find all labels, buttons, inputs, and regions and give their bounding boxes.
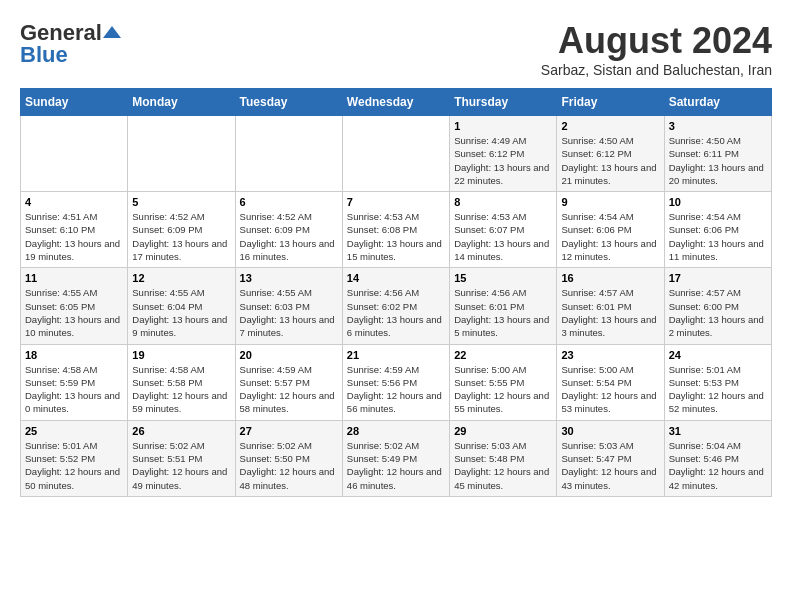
day-number: 9 [561,196,659,208]
day-info: Sunrise: 5:01 AM Sunset: 5:52 PM Dayligh… [25,439,123,492]
page-header: General Blue August 2024 Sarbaz, Sistan … [20,20,772,78]
day-info: Sunrise: 4:52 AM Sunset: 6:09 PM Dayligh… [240,210,338,263]
day-info: Sunrise: 5:02 AM Sunset: 5:51 PM Dayligh… [132,439,230,492]
calendar-cell: 8Sunrise: 4:53 AM Sunset: 6:07 PM Daylig… [450,192,557,268]
day-number: 7 [347,196,445,208]
day-number: 25 [25,425,123,437]
calendar-cell: 31Sunrise: 5:04 AM Sunset: 5:46 PM Dayli… [664,420,771,496]
calendar-cell: 18Sunrise: 4:58 AM Sunset: 5:59 PM Dayli… [21,344,128,420]
calendar-cell: 10Sunrise: 4:54 AM Sunset: 6:06 PM Dayli… [664,192,771,268]
calendar-cell: 12Sunrise: 4:55 AM Sunset: 6:04 PM Dayli… [128,268,235,344]
logo-blue: Blue [20,42,68,68]
column-header-thursday: Thursday [450,89,557,116]
column-header-wednesday: Wednesday [342,89,449,116]
calendar-cell: 13Sunrise: 4:55 AM Sunset: 6:03 PM Dayli… [235,268,342,344]
calendar-week-row: 4Sunrise: 4:51 AM Sunset: 6:10 PM Daylig… [21,192,772,268]
day-number: 11 [25,272,123,284]
calendar-week-row: 11Sunrise: 4:55 AM Sunset: 6:05 PM Dayli… [21,268,772,344]
calendar-cell: 20Sunrise: 4:59 AM Sunset: 5:57 PM Dayli… [235,344,342,420]
day-info: Sunrise: 5:02 AM Sunset: 5:50 PM Dayligh… [240,439,338,492]
day-number: 15 [454,272,552,284]
day-info: Sunrise: 4:54 AM Sunset: 6:06 PM Dayligh… [669,210,767,263]
logo: General Blue [20,20,122,68]
day-info: Sunrise: 5:03 AM Sunset: 5:47 PM Dayligh… [561,439,659,492]
day-number: 18 [25,349,123,361]
day-info: Sunrise: 5:00 AM Sunset: 5:55 PM Dayligh… [454,363,552,416]
day-number: 2 [561,120,659,132]
day-info: Sunrise: 4:51 AM Sunset: 6:10 PM Dayligh… [25,210,123,263]
calendar-cell: 19Sunrise: 4:58 AM Sunset: 5:58 PM Dayli… [128,344,235,420]
day-info: Sunrise: 4:58 AM Sunset: 5:58 PM Dayligh… [132,363,230,416]
day-number: 14 [347,272,445,284]
day-number: 30 [561,425,659,437]
day-info: Sunrise: 4:59 AM Sunset: 5:57 PM Dayligh… [240,363,338,416]
calendar-week-row: 18Sunrise: 4:58 AM Sunset: 5:59 PM Dayli… [21,344,772,420]
calendar-cell [128,116,235,192]
day-number: 1 [454,120,552,132]
column-header-monday: Monday [128,89,235,116]
calendar-cell: 5Sunrise: 4:52 AM Sunset: 6:09 PM Daylig… [128,192,235,268]
day-info: Sunrise: 4:52 AM Sunset: 6:09 PM Dayligh… [132,210,230,263]
day-number: 19 [132,349,230,361]
day-info: Sunrise: 4:56 AM Sunset: 6:02 PM Dayligh… [347,286,445,339]
day-number: 6 [240,196,338,208]
calendar-cell [235,116,342,192]
calendar-header-row: SundayMondayTuesdayWednesdayThursdayFrid… [21,89,772,116]
day-number: 24 [669,349,767,361]
day-number: 16 [561,272,659,284]
calendar-cell: 21Sunrise: 4:59 AM Sunset: 5:56 PM Dayli… [342,344,449,420]
calendar-cell: 28Sunrise: 5:02 AM Sunset: 5:49 PM Dayli… [342,420,449,496]
calendar-cell: 22Sunrise: 5:00 AM Sunset: 5:55 PM Dayli… [450,344,557,420]
day-info: Sunrise: 5:01 AM Sunset: 5:53 PM Dayligh… [669,363,767,416]
calendar-cell: 4Sunrise: 4:51 AM Sunset: 6:10 PM Daylig… [21,192,128,268]
calendar-cell: 17Sunrise: 4:57 AM Sunset: 6:00 PM Dayli… [664,268,771,344]
day-number: 23 [561,349,659,361]
day-number: 4 [25,196,123,208]
day-number: 26 [132,425,230,437]
day-number: 20 [240,349,338,361]
day-number: 22 [454,349,552,361]
day-info: Sunrise: 4:57 AM Sunset: 6:01 PM Dayligh… [561,286,659,339]
day-info: Sunrise: 4:53 AM Sunset: 6:08 PM Dayligh… [347,210,445,263]
calendar-cell: 6Sunrise: 4:52 AM Sunset: 6:09 PM Daylig… [235,192,342,268]
calendar-week-row: 1Sunrise: 4:49 AM Sunset: 6:12 PM Daylig… [21,116,772,192]
day-number: 10 [669,196,767,208]
day-number: 12 [132,272,230,284]
day-info: Sunrise: 5:03 AM Sunset: 5:48 PM Dayligh… [454,439,552,492]
calendar-cell: 26Sunrise: 5:02 AM Sunset: 5:51 PM Dayli… [128,420,235,496]
title-area: August 2024 Sarbaz, Sistan and Baluchest… [541,20,772,78]
day-info: Sunrise: 5:00 AM Sunset: 5:54 PM Dayligh… [561,363,659,416]
calendar-cell: 29Sunrise: 5:03 AM Sunset: 5:48 PM Dayli… [450,420,557,496]
day-info: Sunrise: 4:50 AM Sunset: 6:11 PM Dayligh… [669,134,767,187]
day-info: Sunrise: 4:50 AM Sunset: 6:12 PM Dayligh… [561,134,659,187]
calendar-cell: 3Sunrise: 4:50 AM Sunset: 6:11 PM Daylig… [664,116,771,192]
calendar-cell: 11Sunrise: 4:55 AM Sunset: 6:05 PM Dayli… [21,268,128,344]
logo-bird-icon [103,24,121,42]
day-number: 3 [669,120,767,132]
calendar-cell [21,116,128,192]
calendar-cell: 1Sunrise: 4:49 AM Sunset: 6:12 PM Daylig… [450,116,557,192]
day-number: 28 [347,425,445,437]
calendar-cell: 25Sunrise: 5:01 AM Sunset: 5:52 PM Dayli… [21,420,128,496]
calendar-table: SundayMondayTuesdayWednesdayThursdayFrid… [20,88,772,497]
day-info: Sunrise: 4:57 AM Sunset: 6:00 PM Dayligh… [669,286,767,339]
day-info: Sunrise: 5:02 AM Sunset: 5:49 PM Dayligh… [347,439,445,492]
calendar-cell: 23Sunrise: 5:00 AM Sunset: 5:54 PM Dayli… [557,344,664,420]
calendar-cell: 24Sunrise: 5:01 AM Sunset: 5:53 PM Dayli… [664,344,771,420]
calendar-cell: 15Sunrise: 4:56 AM Sunset: 6:01 PM Dayli… [450,268,557,344]
calendar-week-row: 25Sunrise: 5:01 AM Sunset: 5:52 PM Dayli… [21,420,772,496]
day-number: 29 [454,425,552,437]
day-number: 21 [347,349,445,361]
day-info: Sunrise: 5:04 AM Sunset: 5:46 PM Dayligh… [669,439,767,492]
day-info: Sunrise: 4:53 AM Sunset: 6:07 PM Dayligh… [454,210,552,263]
calendar-cell: 7Sunrise: 4:53 AM Sunset: 6:08 PM Daylig… [342,192,449,268]
day-number: 27 [240,425,338,437]
day-info: Sunrise: 4:59 AM Sunset: 5:56 PM Dayligh… [347,363,445,416]
calendar-cell: 2Sunrise: 4:50 AM Sunset: 6:12 PM Daylig… [557,116,664,192]
calendar-cell [342,116,449,192]
calendar-cell: 27Sunrise: 5:02 AM Sunset: 5:50 PM Dayli… [235,420,342,496]
month-year-title: August 2024 [541,20,772,62]
day-info: Sunrise: 4:56 AM Sunset: 6:01 PM Dayligh… [454,286,552,339]
day-info: Sunrise: 4:54 AM Sunset: 6:06 PM Dayligh… [561,210,659,263]
day-number: 31 [669,425,767,437]
